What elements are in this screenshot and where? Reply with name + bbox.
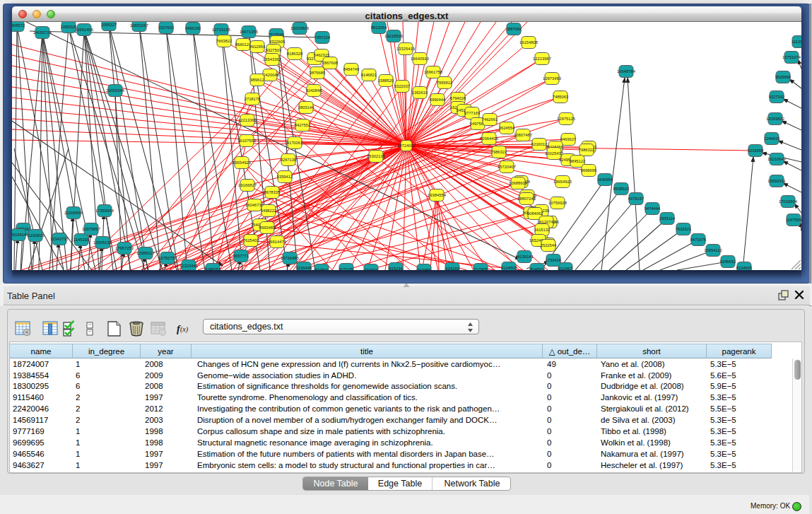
- svg-text:17016504: 17016504: [779, 199, 798, 204]
- svg-text:16914479: 16914479: [268, 240, 286, 244]
- svg-text:16961758: 16961758: [424, 70, 442, 74]
- svg-text:24055724: 24055724: [33, 30, 52, 35]
- svg-text:25302135: 25302135: [367, 154, 385, 158]
- svg-text:8813054: 8813054: [371, 25, 387, 30]
- svg-text:824501: 824501: [530, 267, 543, 270]
- svg-text:20053346: 20053346: [106, 88, 124, 93]
- svg-text:14136141: 14136141: [515, 255, 534, 259]
- svg-text:15692911: 15692911: [767, 179, 785, 183]
- svg-text:1112934: 1112934: [792, 40, 801, 44]
- svg-text:7357224: 7357224: [314, 35, 331, 40]
- svg-text:16107553: 16107553: [237, 139, 256, 143]
- svg-text:5322037: 5322037: [394, 84, 411, 88]
- svg-text:7485063: 7485063: [553, 95, 569, 99]
- svg-text:10756928: 10756928: [548, 201, 567, 205]
- svg-text:712905: 712905: [473, 267, 487, 270]
- svg-text:10025433: 10025433: [545, 151, 563, 156]
- svg-text:7663822: 7663822: [216, 39, 233, 43]
- svg-text:8427552: 8427552: [295, 123, 311, 127]
- svg-text:16543362: 16543362: [263, 57, 281, 62]
- svg-text:815236: 815236: [389, 267, 402, 270]
- svg-text:912467: 912467: [558, 267, 572, 270]
- svg-text:1145193: 1145193: [73, 238, 89, 242]
- svg-text:1065327: 1065327: [101, 23, 117, 27]
- svg-text:10975867: 10975867: [82, 227, 100, 231]
- svg-text:9322605: 9322605: [269, 40, 286, 44]
- svg-text:7462661: 7462661: [482, 117, 498, 122]
- svg-text:9146821: 9146821: [361, 73, 377, 77]
- svg-text:12975125: 12975125: [557, 117, 575, 121]
- svg-text:17359934: 17359934: [95, 209, 114, 213]
- svg-text:19166827: 19166827: [238, 183, 257, 187]
- svg-text:1527602: 1527602: [158, 25, 175, 30]
- svg-text:5498222: 5498222: [261, 209, 277, 213]
- svg-text:9474444: 9474444: [645, 206, 661, 211]
- svg-text:2718176: 2718176: [245, 97, 261, 101]
- svg-text:16671355: 16671355: [240, 30, 258, 34]
- svg-text:8993489: 8993489: [259, 226, 276, 230]
- svg-text:9227342: 9227342: [769, 95, 785, 99]
- svg-text:16210643: 16210643: [767, 157, 786, 161]
- svg-text:8124505: 8124505: [736, 266, 753, 270]
- svg-text:9845122: 9845122: [570, 159, 586, 163]
- svg-text:10973493: 10973493: [543, 76, 561, 81]
- svg-text:15720407: 15720407: [498, 165, 516, 169]
- svg-text:10807487: 10807487: [514, 133, 532, 137]
- svg-text:915235: 915235: [339, 267, 353, 270]
- svg-text:8912954: 8912954: [249, 45, 266, 49]
- svg-text:16782759: 16782759: [158, 256, 177, 260]
- svg-text:10719155: 10719155: [212, 28, 230, 32]
- svg-text:12213369: 12213369: [238, 118, 257, 122]
- svg-text:8678335: 8678335: [264, 190, 281, 194]
- svg-text:18807245: 18807245: [517, 197, 536, 201]
- svg-text:8938923: 8938923: [613, 187, 630, 191]
- svg-text:4170061: 4170061: [287, 141, 303, 145]
- svg-text:18724007: 18724007: [397, 144, 416, 148]
- svg-text:1615132: 1615132: [534, 228, 551, 232]
- svg-text:19654923: 19654923: [233, 160, 251, 165]
- svg-text:2867608: 2867608: [322, 61, 339, 65]
- svg-text:20206566: 20206566: [64, 211, 83, 215]
- svg-text:3215958: 3215958: [748, 148, 764, 153]
- svg-text:3267130: 3267130: [281, 158, 297, 162]
- svg-text:19384554: 19384554: [428, 193, 447, 197]
- svg-text:9245052: 9245052: [205, 267, 221, 270]
- svg-text:7986322: 7986322: [579, 148, 595, 152]
- svg-text:20364436: 20364436: [480, 136, 498, 141]
- svg-text:12505135: 12505135: [93, 240, 112, 245]
- svg-text:6216012: 6216012: [531, 142, 548, 146]
- svg-text:2935114: 2935114: [659, 216, 676, 221]
- svg-text:8471676: 8471676: [690, 238, 707, 242]
- svg-text:9124503: 9124503: [501, 266, 517, 270]
- svg-text:734921: 734921: [364, 268, 377, 270]
- svg-text:15716485: 15716485: [281, 256, 299, 260]
- svg-text:9327503: 9327503: [266, 48, 282, 52]
- svg-text:1733426: 1733426: [546, 258, 562, 262]
- svg-text:9463627: 9463627: [560, 137, 577, 141]
- svg-text:1167534: 1167534: [786, 218, 801, 222]
- svg-text:3875685: 3875685: [310, 71, 326, 75]
- svg-text:8454749: 8454749: [343, 67, 360, 71]
- svg-text:624150: 624150: [445, 267, 459, 270]
- svg-text:6990444: 6990444: [430, 98, 446, 102]
- svg-text:1362615: 1362615: [412, 90, 428, 95]
- svg-text:12323446: 12323446: [180, 264, 198, 268]
- svg-text:9084062: 9084062: [527, 211, 543, 216]
- svg-text:2522544: 2522544: [541, 243, 557, 247]
- svg-text:1640954: 1640954: [597, 177, 613, 182]
- svg-text:9657771: 9657771: [233, 254, 249, 258]
- svg-text:10653267: 10653267: [130, 23, 148, 28]
- svg-text:2887682: 2887682: [506, 27, 522, 31]
- svg-text:989612: 989612: [250, 78, 264, 82]
- svg-text:17957253: 17957253: [115, 246, 134, 250]
- svg-text:10958117: 10958117: [136, 251, 154, 255]
- svg-text:19654923: 19654923: [553, 180, 572, 184]
- svg-text:12093822: 12093822: [766, 117, 784, 121]
- svg-text:7986322: 7986322: [491, 150, 507, 154]
- svg-text:16046738: 16046738: [245, 203, 264, 207]
- svg-text:5359412: 5359412: [277, 175, 293, 179]
- svg-text:16648784: 16648784: [617, 69, 636, 74]
- svg-text:9242848: 9242848: [306, 88, 322, 93]
- svg-text:16033809: 16033809: [290, 26, 309, 30]
- svg-text:9529966: 9529966: [775, 75, 792, 79]
